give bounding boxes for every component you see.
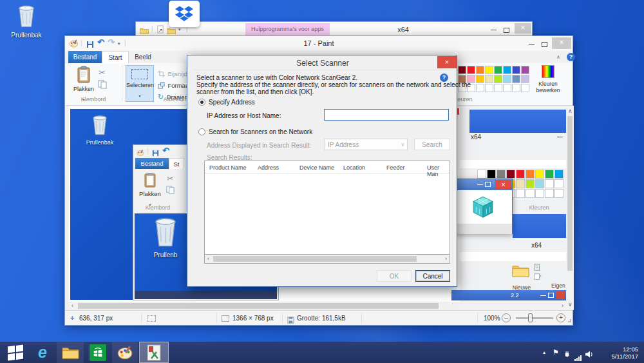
column-header[interactable]: Feeder <box>386 164 405 171</box>
palette-swatch[interactable] <box>503 84 511 92</box>
help-icon[interactable]: ? <box>440 74 448 82</box>
explorer-icon <box>62 346 79 359</box>
address-type-dropdown[interactable]: IP Address ∨ <box>324 139 408 150</box>
palette-swatch[interactable] <box>535 170 544 179</box>
palette-swatch[interactable] <box>506 170 515 179</box>
scangear-button[interactable] <box>139 342 169 363</box>
collapse-ribbon-icon[interactable]: ∧ <box>556 55 560 60</box>
palette-swatch[interactable] <box>554 179 564 188</box>
app-tools-badge[interactable]: Hulpprogramma's voor apps <box>245 23 330 37</box>
palette-swatch[interactable] <box>512 84 520 92</box>
palette-swatch[interactable] <box>476 84 484 92</box>
zoom-out-button[interactable]: – <box>502 313 511 322</box>
vertical-scrollbar[interactable]: ∧ ∨ <box>566 106 574 310</box>
palette-swatch[interactable] <box>512 75 520 83</box>
palette-swatch[interactable] <box>516 189 525 198</box>
palette-swatch[interactable] <box>521 75 529 83</box>
network-icon[interactable] <box>574 349 582 361</box>
scroll-right-icon[interactable]: › <box>445 256 447 262</box>
ok-button[interactable]: OK <box>377 270 412 282</box>
palette-swatch[interactable] <box>535 179 544 188</box>
palette-swatch[interactable] <box>494 66 502 74</box>
column-header[interactable]: Device Name <box>299 164 334 171</box>
start-button[interactable] <box>3 342 28 363</box>
zoom-slider-thumb[interactable] <box>528 313 533 322</box>
qat-dropdown-icon[interactable]: ▾ <box>178 27 181 32</box>
help-icon[interactable]: ? <box>567 53 575 61</box>
close-button[interactable]: × <box>495 180 511 190</box>
horizontal-scrollbar[interactable]: ‹ › <box>69 302 566 310</box>
new-folder-icon[interactable] <box>156 25 165 36</box>
minimize-icon[interactable] <box>477 184 483 185</box>
zoom-in-button[interactable]: + <box>556 313 565 322</box>
palette-swatch[interactable] <box>494 75 502 83</box>
copy-icon[interactable] <box>98 80 107 92</box>
column-header[interactable]: Location <box>343 164 365 171</box>
palette-swatch[interactable] <box>545 189 554 198</box>
column-header[interactable]: User Man <box>427 164 450 177</box>
palette-swatch[interactable] <box>545 179 554 188</box>
palette-swatch[interactable] <box>521 84 529 92</box>
search-results-table[interactable]: Product Name Address Device Name Locatio… <box>204 161 450 255</box>
search-network-radio[interactable] <box>198 128 205 135</box>
palette-swatch[interactable] <box>503 75 511 83</box>
palette-swatch[interactable] <box>485 84 493 92</box>
palette-swatch[interactable] <box>494 84 502 92</box>
file-explorer-button[interactable] <box>57 342 84 363</box>
palette-swatch[interactable] <box>458 66 466 74</box>
palette-swatch[interactable] <box>476 75 484 83</box>
action-center-icon[interactable]: ⚑ <box>553 348 559 357</box>
paint-button[interactable] <box>112 342 138 363</box>
palette-swatch[interactable] <box>512 66 520 74</box>
specify-address-radio[interactable] <box>198 99 205 106</box>
palette-swatch[interactable] <box>521 66 529 74</box>
column-header[interactable]: Address <box>258 164 279 171</box>
palette-swatch[interactable] <box>545 170 554 179</box>
store-button[interactable] <box>85 342 111 363</box>
internet-explorer-button[interactable]: e <box>30 342 55 363</box>
tab-bestand[interactable]: Bestand <box>68 51 102 63</box>
palette-swatch[interactable] <box>554 170 564 179</box>
palette-swatch[interactable] <box>526 189 535 198</box>
palette-swatch[interactable] <box>526 170 535 179</box>
palette-swatch[interactable] <box>516 179 525 188</box>
tab-beeld[interactable]: Beeld <box>129 51 157 63</box>
dropbox-icon[interactable] <box>169 1 200 27</box>
minimize-button[interactable] <box>487 24 500 34</box>
volume-icon[interactable] <box>585 349 593 360</box>
palette-swatch[interactable] <box>477 170 486 179</box>
palette-swatch[interactable] <box>487 170 496 179</box>
cancel-button[interactable]: Cancel <box>415 270 450 282</box>
palette-swatch[interactable] <box>554 189 564 198</box>
cut-icon[interactable]: ✂ <box>99 68 106 77</box>
maximize-button[interactable] <box>500 24 513 34</box>
clock[interactable]: 12:05 5/11/2017 <box>601 346 638 360</box>
palette-swatch[interactable] <box>516 170 525 179</box>
column-header[interactable]: Product Name <box>209 164 247 171</box>
palette-swatch[interactable] <box>497 170 506 179</box>
palette-swatch[interactable] <box>485 66 493 74</box>
tray-expand-icon[interactable]: ▴ <box>543 349 545 355</box>
ip-address-input[interactable] <box>324 109 449 121</box>
recycle-bin-desktop-icon[interactable]: Prullenbak <box>8 4 45 39</box>
maximize-button[interactable] <box>538 38 551 48</box>
zoom-slider-track[interactable] <box>516 317 553 319</box>
palette-swatch[interactable] <box>535 189 544 198</box>
close-button[interactable]: × <box>552 37 571 49</box>
palette-swatch[interactable] <box>485 75 493 83</box>
minimize-button[interactable] <box>525 38 538 48</box>
palette-swatch[interactable] <box>467 66 475 74</box>
edit-colors-button[interactable]: Kleuren bewerken <box>531 65 565 97</box>
power-icon[interactable] <box>564 349 571 360</box>
search-button[interactable]: Search <box>414 139 450 150</box>
scroll-left-icon[interactable]: ‹ <box>207 256 209 262</box>
resize-grip[interactable] <box>568 319 571 322</box>
tab-start[interactable]: Start <box>102 51 129 63</box>
palette-swatch[interactable] <box>526 179 535 188</box>
maximize-icon[interactable] <box>485 182 491 187</box>
close-button[interactable]: × <box>515 23 531 34</box>
palette-swatch[interactable] <box>476 66 484 74</box>
close-button[interactable]: × <box>437 56 457 68</box>
table-horizontal-scrollbar[interactable]: ‹ › <box>204 255 450 264</box>
palette-swatch[interactable] <box>503 66 511 74</box>
